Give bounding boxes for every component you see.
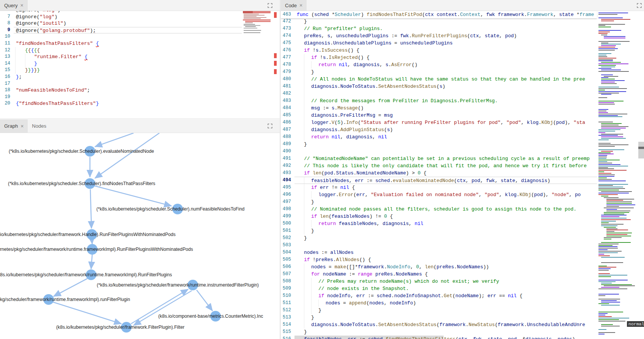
query-line[interactable]: 19 (0, 94, 242, 101)
graph-node-label[interactable]: (*k8s.io/kubernetes/pkg/scheduler/framew… (97, 282, 259, 288)
code-line[interactable]: 492// This node is likely the only candi… (281, 162, 597, 170)
code-line[interactable]: 475diagnosis.UnschedulablePlugins = unsc… (281, 40, 597, 47)
code-line[interactable]: 496logger.Error(err, "Evaluation failed … (281, 191, 597, 198)
scrollbar-thumb[interactable] (638, 142, 644, 158)
minimap-bar (604, 227, 616, 228)
query-line[interactable]: 17 (0, 81, 242, 87)
graph-node-label[interactable]: (k8s.io/component-base/metrics.CounterMe… (158, 313, 263, 319)
close-icon[interactable]: × (20, 3, 23, 8)
code-line[interactable]: 473// Run "prefilter" plugins. (281, 25, 597, 32)
code-line[interactable]: 494feasibleNodes, err := sched.evaluateN… (281, 177, 597, 184)
graph-node-label[interactable]: (*k8s.io/kubernetes/pkg/scheduler.Schedu… (8, 181, 155, 187)
tab-nodes[interactable]: Nodes (28, 119, 50, 133)
code-minimap[interactable] (597, 11, 640, 339)
code-line[interactable]: 463func (sched *Scheduler) findNodesThat… (281, 11, 597, 18)
query-line[interactable]: 14} (0, 60, 242, 67)
code-editor[interactable]: 472}473// Run "prefilter" plugins.474pre… (281, 18, 597, 339)
code-line[interactable]: 505if !preRes.AllNodes() { (281, 256, 597, 263)
code-line[interactable]: 488return nil, diagnosis, nil (281, 133, 597, 141)
code-line[interactable]: 478return nil, diagnosis, s.AsError() (281, 61, 597, 68)
expand-icon[interactable] (637, 3, 642, 8)
code-line[interactable]: 500return feasibleNodes, diagnosis, nil (281, 220, 597, 227)
code-line[interactable]: 489} (281, 141, 597, 148)
query-line[interactable]: 15}}}}} (0, 67, 242, 74)
close-icon[interactable]: × (299, 3, 302, 8)
query-line[interactable]: 13"runtime.Filter" { (0, 54, 242, 60)
code-line[interactable]: 516feasibleNodes, err := sched.findNodes… (281, 336, 597, 339)
code-line[interactable]: 510if nodeInfo, err := sched.nodeInfoSna… (281, 292, 597, 299)
code-line[interactable]: 513} (281, 314, 597, 321)
code-line[interactable]: 474preRes, s, unscheduledPlugins := fwk.… (281, 32, 597, 40)
minimap-bar (598, 14, 617, 15)
code-line[interactable]: 472} (281, 18, 597, 25)
minimap-bar (598, 267, 616, 268)
code-line[interactable]: 503 (281, 242, 597, 249)
query-line[interactable]: 18"numFeasibleNodesToFind"; (0, 87, 242, 94)
sticky-scroll-line[interactable]: 463func (sched *Scheduler) findNodesThat… (281, 11, 597, 18)
minimap-bar (604, 212, 629, 213)
graph-node-label[interactable]: (*k8s.io/kubernetes/pkg/scheduler.Schedu… (96, 206, 244, 212)
code-line[interactable]: 509// node exists in the Snapshot. (281, 285, 597, 292)
line-number: 483 (281, 97, 294, 105)
code-line[interactable]: 512} (281, 307, 597, 314)
code-line[interactable]: 479} (281, 68, 597, 76)
code-line[interactable]: 484msg := s.Message() (281, 105, 597, 112)
code-line[interactable]: 514diagnosis.NodeToStatus.SetAbsentNodes… (281, 321, 597, 328)
code-line[interactable]: 480// All nodes in NodeToStatus will hav… (281, 76, 597, 83)
code-line[interactable]: 507for nodeName := range preRes.NodeName… (281, 271, 597, 278)
tab-query[interactable]: Query × (0, 0, 28, 11)
code-line[interactable]: 498// Nominated node passes all the filt… (281, 206, 597, 213)
query-line[interactable]: 11"findNodesThatPassFilters" { (0, 40, 242, 47)
code-line[interactable]: 501} (281, 227, 597, 234)
graph-node-label[interactable]: (*k8s.io/kubernetes/pkg/scheduler.Schedu… (9, 148, 154, 154)
graph-node-label[interactable]: rnetes/pkg/scheduler/framework/runtime.f… (0, 246, 193, 252)
code-line[interactable]: 490 (281, 148, 597, 155)
code-line[interactable]: 506nodes = make([]*framework.NodeInfo, 0… (281, 263, 597, 271)
code-line[interactable]: 477if !s.IsRejected() { (281, 54, 597, 61)
code-line[interactable]: 487diagnosis.AddPluginStatus(s) (281, 126, 597, 133)
call-graph-canvas[interactable]: (*k8s.io/kubernetes/pkg/scheduler.Schedu… (0, 133, 280, 339)
query-line[interactable]: 7@ignore("log") (0, 14, 242, 21)
minimap-bar (606, 209, 617, 210)
minimap-bar (598, 270, 609, 271)
code-line[interactable]: 511nodes = append(nodes, nodeInfo) (281, 299, 597, 307)
code-line[interactable]: 481diagnosis.NodeToStatus.SetAbsentNodes… (281, 83, 597, 90)
code-line[interactable]: 491// "NominatedNodeName" can potentiall… (281, 155, 597, 162)
query-line[interactable]: 12{{{{{ (0, 47, 242, 54)
tab-graph[interactable]: Graph × (0, 119, 28, 133)
minimap-bar (244, 25, 260, 26)
query-line[interactable]: 20{"findNodesThatPassFilters"} (0, 100, 242, 107)
query-line[interactable]: 6@ignore("klog") (0, 11, 242, 14)
code-line[interactable]: 493if len(pod.Status.NominatedNodeName) … (281, 170, 597, 177)
expand-icon[interactable] (268, 3, 273, 8)
query-line[interactable]: 8@ignore("ioutil") (0, 20, 242, 27)
code-line[interactable]: 495if err != nil { (281, 184, 597, 191)
graph-node-label[interactable]: 8s.io/kubernetes/pkg/scheduler/framework… (0, 272, 172, 278)
code-line[interactable]: 508// PreRes may return nodeName(s) whic… (281, 278, 597, 285)
close-icon[interactable]: × (20, 124, 24, 129)
graph-node-label[interactable]: kg/scheduler/framework/runtime.framework… (0, 296, 130, 303)
query-line[interactable]: 10 (0, 33, 242, 40)
code-line[interactable]: 515} (281, 328, 597, 336)
code-line[interactable]: 476if !s.IsSuccess() { (281, 47, 597, 54)
code-scrollbar[interactable] (638, 11, 644, 339)
query-scrollbar[interactable] (274, 11, 277, 119)
expand-icon[interactable] (268, 124, 273, 129)
code-line[interactable]: 499if len(feasibleNodes) != 0 { (281, 213, 597, 220)
code-line[interactable]: 485diagnosis.PreFilterMsg = msg (281, 112, 597, 119)
code-line[interactable]: 483// Record the messages from PreFilter… (281, 97, 597, 105)
graph-node-label[interactable]: io/kubernetes/pkg/scheduler/framework.Ha… (0, 231, 176, 238)
query-minimap[interactable] (243, 11, 271, 36)
tab-code[interactable]: Code × (281, 0, 307, 11)
minimap-bar (598, 160, 620, 160)
code-line[interactable]: 504nodes := allNodes (281, 249, 597, 256)
query-line[interactable]: 16}; (0, 74, 242, 81)
query-line[interactable]: 9@ignore("golang.protobuf"); (0, 27, 242, 34)
code-line[interactable]: 482 (281, 90, 597, 97)
code-line[interactable]: 486logger.V(5).Info("Status after runnin… (281, 119, 597, 126)
code-line[interactable]: 502} (281, 234, 597, 242)
query-editor[interactable]: 6@ignore("klog")7@ignore("log")8@ignore(… (0, 11, 242, 119)
graph-node-label[interactable]: (k8s.io/kubernetes/pkg/scheduler/framewo… (56, 324, 184, 330)
indent-guide (15, 47, 16, 54)
code-line[interactable]: 497} (281, 198, 597, 206)
